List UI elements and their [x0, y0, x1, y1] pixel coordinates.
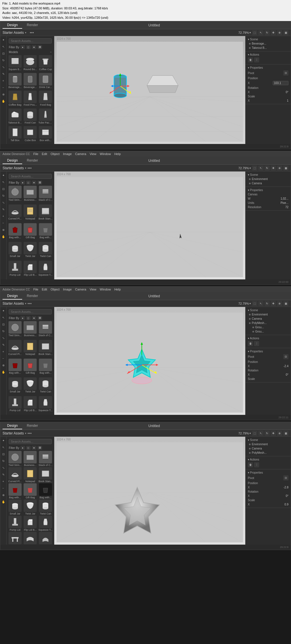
more-action-1[interactable]: ⋮	[254, 57, 259, 62]
model-notepad-4[interactable]: Notepad	[23, 467, 38, 483]
model-notepad[interactable]: Notepad	[23, 204, 38, 223]
model-squeeze-4[interactable]: Squeeze T...	[38, 516, 53, 531]
menu-window-2[interactable]: Window	[100, 152, 111, 156]
filter-btn-circle-2[interactable]: ●	[20, 181, 25, 185]
tool-hand-3[interactable]: ✋	[1, 369, 6, 375]
assets-more-btn-3[interactable]: •••	[28, 301, 32, 306]
model-drink-car[interactable]: Drink Car...	[38, 73, 53, 90]
tool-paint-1[interactable]: ✎	[1, 71, 6, 76]
search-input-4[interactable]	[9, 439, 52, 444]
scene-env-4[interactable]: Environment	[246, 442, 291, 446]
move-cam-btn-4[interactable]: ↖	[258, 431, 263, 436]
tool-zoom-1[interactable]: ⊕	[1, 92, 6, 97]
model-tied-str-4[interactable]: Tied Strin...	[8, 451, 22, 467]
model-twist-jar[interactable]: Twist Jar	[23, 242, 38, 260]
tool-rotate-3[interactable]: ⊡	[1, 322, 6, 327]
model-book-stan[interactable]: Book Stan...	[38, 204, 53, 223]
model-squeeze-3[interactable]: Squeeze T...	[38, 396, 53, 414]
model-tall-box[interactable]: Tall Box	[8, 126, 22, 143]
zoom-cam-btn-2[interactable]: ⊕	[277, 166, 282, 171]
delete-action-1[interactable]: 🗑	[248, 57, 253, 62]
view-btn-4[interactable]: ▦	[283, 431, 288, 436]
tool-hand-4[interactable]: ✋	[1, 499, 6, 504]
move-cam-btn-1[interactable]: ↖	[258, 30, 263, 35]
filter-btn-img-1[interactable]: 🖼	[38, 45, 42, 49]
pan-cam-btn-1[interactable]: ✥	[271, 30, 276, 35]
tool-magic-2[interactable]: ⤡	[1, 200, 6, 205]
model-business-4[interactable]: Business...	[23, 451, 38, 467]
beverage-can-obj[interactable]	[109, 72, 132, 103]
actions-header-3[interactable]: ▾ Actions	[246, 336, 291, 340]
model-business[interactable]: Business...	[23, 186, 38, 204]
tool-rotate-1[interactable]: ⊡	[1, 51, 6, 56]
more-action-3[interactable]: ⋮	[254, 341, 259, 346]
zoom-display-3[interactable]: 72.79% ▾	[238, 302, 251, 305]
model-food-can[interactable]: Food Can	[23, 108, 38, 126]
filter-btn-cube-3[interactable]: ◻	[26, 316, 31, 320]
menu-image-3[interactable]: Image	[63, 288, 72, 291]
pos-x-input-1[interactable]	[273, 81, 288, 85]
model-small-jar[interactable]: Small Jar	[8, 242, 22, 260]
zoom-display-4[interactable]: 72.79% ▾	[238, 432, 251, 435]
model-takeout[interactable]: Takeout B...	[8, 108, 22, 126]
model-stack-c[interactable]: Stack of C...	[38, 186, 53, 204]
canvas-viewport-3[interactable]	[57, 313, 243, 413]
canvas-viewport-4[interactable]	[57, 442, 243, 542]
tool-minus-2[interactable]: −	[1, 220, 6, 225]
model-gift-4[interactable]: Gift Bag	[23, 483, 38, 499]
delete-action-3[interactable]: 🗑	[248, 341, 253, 346]
tab-design-2[interactable]: Design	[3, 157, 22, 164]
model-tube-pack[interactable]: Tube Pack...	[38, 108, 53, 126]
menu-camera-3[interactable]: Camera	[75, 288, 86, 291]
rotate-cam-btn-2[interactable]: ↻	[265, 166, 270, 171]
tab-design-1[interactable]: Design	[3, 22, 22, 29]
view-btn-3[interactable]: ▦	[283, 301, 288, 306]
filter-btn-star-4[interactable]: ★	[32, 446, 36, 450]
scene-cam-3[interactable]: Camera	[246, 317, 291, 321]
canvas-viewport-2[interactable]	[57, 177, 243, 277]
scene-takeout[interactable]: Takeout B...	[246, 46, 291, 50]
model-bev2[interactable]: Beverage...	[23, 73, 38, 90]
takeout-box-obj[interactable]	[144, 70, 181, 97]
model-curved-4[interactable]: Curved Pl...	[8, 467, 22, 483]
tab-render-3[interactable]: Render	[22, 293, 42, 300]
assets-more-btn-1[interactable]: •••	[30, 30, 34, 35]
menu-edit-2[interactable]: Edit	[42, 152, 47, 156]
model-book-3[interactable]: Book Stan...	[38, 340, 53, 358]
filter-btn-circle-1[interactable]: ●	[20, 45, 25, 49]
tool-paint-2[interactable]: ✎	[1, 207, 6, 212]
assets-more-btn-4[interactable]: •••	[28, 431, 32, 436]
model-twistjar-4[interactable]: Twist Jar	[23, 499, 38, 515]
scene-bev[interactable]: Beverage...	[246, 41, 291, 46]
model-twistcan-3[interactable]: Twist Can	[38, 377, 53, 396]
model-tied-str-3[interactable]: Tied Strin...	[8, 321, 22, 339]
tool-minus-3[interactable]: −	[1, 356, 6, 361]
filter-btn-star-2[interactable]: ★	[32, 181, 36, 185]
tool-add-3[interactable]: +	[1, 349, 6, 354]
pan-cam-btn-3[interactable]: ✥	[271, 301, 276, 306]
filter-btn-cube-4[interactable]: ◻	[26, 446, 31, 450]
frame-btn-2[interactable]: ⬚	[252, 166, 257, 171]
scene-group1-3[interactable]: Grou...	[246, 325, 291, 329]
tab-design-4[interactable]: Design	[3, 423, 22, 429]
model-cloth-on[interactable]: Cloth On...	[23, 532, 38, 545]
zoom-display-2[interactable]: 72.79% ▾	[238, 166, 251, 170]
model-business-3[interactable]: Business...	[23, 321, 38, 339]
scene-header-2[interactable]: ▾ Scene	[246, 173, 291, 177]
tool-paint-4[interactable]: ✎	[1, 472, 6, 477]
tool-zoom-4[interactable]: ⊕	[1, 492, 6, 497]
scene-env-3[interactable]: Environment	[246, 312, 291, 317]
tool-magic-3[interactable]: ⤡	[1, 335, 6, 340]
menu-help-3[interactable]: Help	[114, 288, 121, 291]
tool-move-3[interactable]: ↖	[1, 315, 6, 320]
tool-minus-1[interactable]: −	[1, 85, 6, 90]
menu-edit-3[interactable]: Edit	[42, 288, 47, 291]
menu-window-3[interactable]: Window	[100, 288, 111, 291]
model-stack-c-3[interactable]: Stack of C...	[38, 321, 53, 339]
pan-cam-btn-2[interactable]: ✥	[271, 166, 276, 171]
star-obj-4[interactable]	[97, 477, 177, 542]
zoom-cam-btn-3[interactable]: ⊕	[277, 301, 282, 306]
model-smalljar-3[interactable]: Small Jar	[8, 377, 22, 396]
model-bev1[interactable]: Beverage...	[8, 73, 22, 90]
model-box-with[interactable]: Box with...	[38, 126, 53, 143]
